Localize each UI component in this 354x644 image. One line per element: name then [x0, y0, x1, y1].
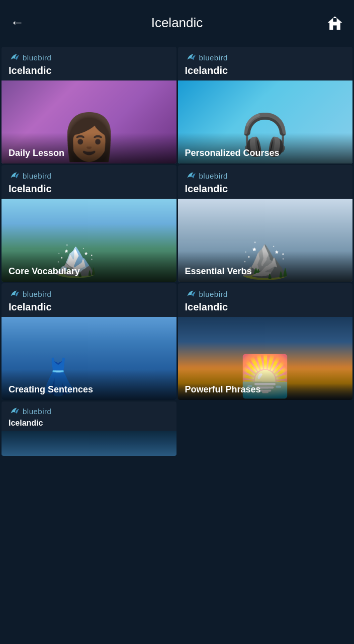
card-language: Icelandic	[9, 65, 52, 76]
card-image: Daily Lesson	[2, 80, 176, 164]
bluebird-logo: bluebird	[9, 170, 51, 181]
card-header: bluebird Icelandic	[2, 47, 176, 80]
app-header: ← Icelandic	[0, 0, 354, 45]
bluebird-icon	[185, 170, 196, 181]
card-label: Core Vocabulary	[2, 251, 176, 282]
card-header: bluebird Icelandic	[2, 165, 176, 199]
bluebird-text: bluebird	[199, 53, 228, 62]
card-header: bluebird Icelandic	[178, 47, 353, 80]
card-language: Icelandic	[185, 65, 228, 76]
bluebird-text: bluebird	[23, 53, 51, 62]
bluebird-text: bluebird	[199, 172, 228, 180]
course-grid: bluebird Icelandic Daily Lesson bluebird…	[0, 45, 354, 457]
card-label: Personalized Courses	[178, 133, 353, 164]
card-creating-sentences[interactable]: bluebird Icelandic Creating Sentences	[2, 283, 176, 400]
card-essential-verbs[interactable]: bluebird Icelandic Essential Verbs	[178, 165, 353, 282]
bluebird-logo: bluebird	[185, 170, 228, 181]
card-header: bluebird Icelandic	[178, 283, 353, 317]
bluebird-icon	[185, 52, 196, 63]
back-button[interactable]: ←	[10, 15, 30, 31]
card-header: bluebird Icelandic	[178, 165, 353, 199]
card-daily-lesson[interactable]: bluebird Icelandic Daily Lesson	[2, 47, 176, 164]
card-personalized-courses[interactable]: bluebird Icelandic Personalized Courses	[178, 47, 353, 164]
bluebird-text: bluebird	[23, 172, 51, 180]
bluebird-logo: bluebird	[9, 288, 51, 299]
card-language: Icelandic	[185, 183, 228, 195]
bluebird-icon	[185, 288, 196, 299]
card-image	[2, 431, 176, 456]
card-image: Creating Sentences	[2, 317, 176, 400]
bluebird-icon	[9, 406, 20, 417]
card-powerful-phrases[interactable]: bluebird Icelandic Powerful Phrases	[178, 283, 353, 400]
card-language: Icelandic	[9, 301, 52, 313]
card-language: Icelandic	[185, 301, 228, 313]
card-image: Personalized Courses	[178, 80, 353, 164]
card-core-vocabulary[interactable]: bluebird Icelandic Core Vocabulary	[2, 165, 176, 282]
card-partial[interactable]: bluebird Icelandic	[2, 401, 176, 456]
card-label: Essential Verbs	[178, 251, 353, 282]
card-header: bluebird Icelandic	[2, 401, 176, 431]
card-label: Creating Sentences	[2, 369, 176, 400]
bluebird-logo: bluebird	[185, 288, 228, 299]
card-label: Daily Lesson	[2, 133, 176, 164]
home-button[interactable]	[324, 14, 344, 32]
bluebird-icon	[9, 170, 20, 181]
home-icon	[326, 14, 344, 32]
card-image: Essential Verbs	[178, 199, 353, 282]
bluebird-text: bluebird	[23, 290, 51, 298]
card-image: Powerful Phrases	[178, 317, 353, 400]
card-language: Icelandic	[9, 419, 43, 428]
bluebird-text: bluebird	[199, 290, 228, 298]
bluebird-icon	[9, 52, 20, 63]
bluebird-icon	[9, 288, 20, 299]
card-header: bluebird Icelandic	[2, 283, 176, 317]
svg-point-2	[334, 19, 336, 21]
bluebird-logo: bluebird	[9, 52, 51, 63]
bluebird-text: bluebird	[23, 407, 51, 416]
bluebird-logo: bluebird	[9, 406, 51, 417]
card-label: Powerful Phrases	[178, 369, 353, 400]
card-language: Icelandic	[9, 183, 52, 195]
card-image: Core Vocabulary	[2, 199, 176, 282]
bluebird-logo: bluebird	[185, 52, 228, 63]
page-title: Icelandic	[30, 15, 324, 31]
